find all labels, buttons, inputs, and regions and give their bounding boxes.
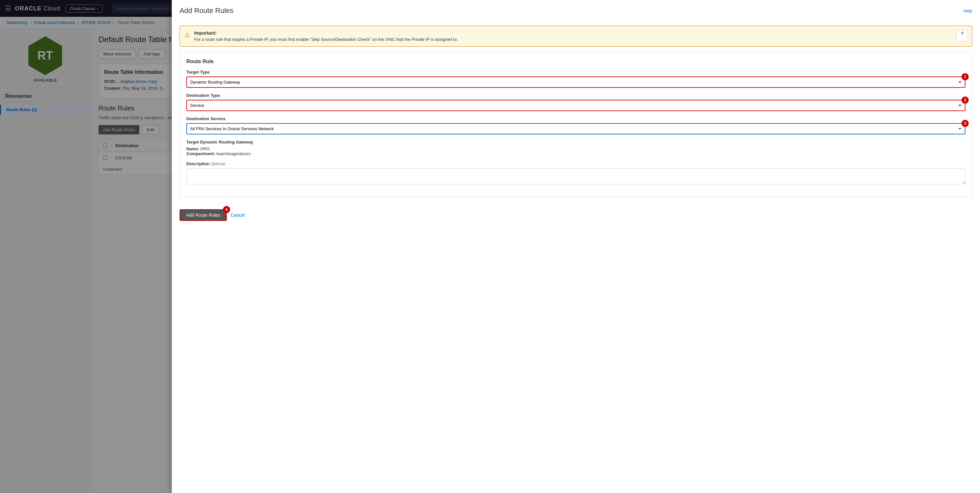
destination-type-select[interactable]: Service <box>186 100 966 111</box>
target-type-label: Target Type <box>186 70 966 75</box>
modal-overlay: Add Route Rules Help ⚠ Important: For a … <box>0 0 980 493</box>
destination-type-label: Destination Type <box>186 93 966 98</box>
description-optional: Optional <box>211 162 225 166</box>
destination-service-select[interactable]: All FRA Services In Oracle Services Netw… <box>186 123 966 135</box>
destination-service-label: Destination Service <box>186 116 966 121</box>
route-rule-form: Route Rule Target Type Dynamic Routing G… <box>180 52 972 197</box>
cancel-button[interactable]: Cancel <box>231 212 245 218</box>
add-button-wrapper: Add Route Rules 4 <box>180 209 227 221</box>
destination-service-select-wrapper: All FRA Services In Oracle Services Netw… <box>186 123 966 135</box>
panel-help-link[interactable]: Help <box>964 8 972 13</box>
target-type-select[interactable]: Dynamic Routing Gateway <box>186 76 966 88</box>
warning-icon: ⚠ <box>185 31 190 39</box>
target-type-select-wrapper: Dynamic Routing Gateway 1 <box>186 76 966 88</box>
panel-footer: Add Route Rules 4 Cancel <box>172 203 980 227</box>
description-textarea[interactable] <box>186 168 966 184</box>
add-route-rules-submit-button[interactable]: Add Route Rules <box>180 209 227 221</box>
form-section-title: Route Rule <box>186 59 966 65</box>
target-drg-group: Target Dynamic Routing Gateway Name: DRG… <box>186 139 966 156</box>
warning-body: For a route rule that targets a Private … <box>194 37 458 42</box>
warning-help-icon[interactable]: ? ⋮ <box>956 30 968 41</box>
warning-title: Important: <box>194 30 967 36</box>
panel-header: Add Route Rules Help <box>172 0 980 21</box>
description-group: Description Optional <box>186 161 966 185</box>
warning-banner: ⚠ Important: For a route rule that targe… <box>180 25 972 47</box>
target-type-group: Target Type Dynamic Routing Gateway 1 <box>186 70 966 88</box>
add-route-rules-panel: Add Route Rules Help ⚠ Important: For a … <box>172 0 980 493</box>
target-drg-title: Target Dynamic Routing Gateway <box>186 139 966 144</box>
step-badge-3: 3 <box>961 120 969 127</box>
overlay-spacer <box>0 0 172 493</box>
description-label: Description Optional <box>186 161 966 166</box>
warning-text: Important: For a route rule that targets… <box>194 30 967 42</box>
step-badge-2: 2 <box>961 97 969 104</box>
step-badge-4: 4 <box>223 206 230 213</box>
destination-type-select-wrapper: Service 2 <box>186 100 966 111</box>
step-badge-1: 1 <box>961 73 969 80</box>
panel-title: Add Route Rules <box>180 6 233 15</box>
destination-type-group: Destination Type Service 2 <box>186 93 966 111</box>
drg-name-info: Name: DRG <box>186 146 966 151</box>
destination-service-group: Destination Service All FRA Services In … <box>186 116 966 135</box>
drg-compartment-info: Compartment: IwanHoogendoorn <box>186 151 966 156</box>
